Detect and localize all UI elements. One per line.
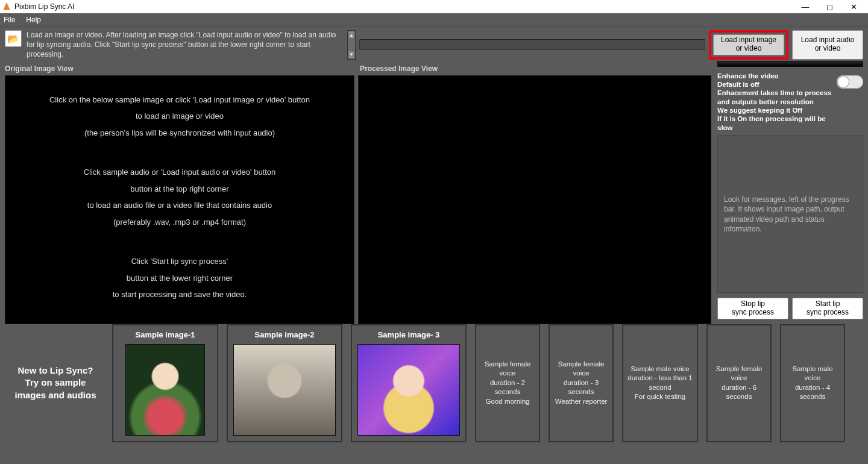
enhance-l4: If it is On then processing will be slow [717, 114, 832, 132]
stop-lip-sync-button[interactable]: Stop lip sync process [717, 298, 788, 319]
sample-image-1[interactable]: Sample image-1 [112, 324, 218, 442]
hint-scrollbar[interactable]: ▲ ▼ [347, 30, 356, 60]
window-titlebar: Pixbim Lip Sync AI — ◻ ✕ [0, 0, 868, 13]
sample-audio-4-l2: duration - 6 seconds [711, 383, 767, 402]
sample-image-1-thumb [125, 344, 205, 436]
sample-image-3-title: Sample image- 3 [378, 330, 440, 339]
instr-1-2: to load an image or video [17, 110, 342, 122]
enhance-title: Enhance the video [717, 72, 832, 80]
toggle-knob-icon [838, 77, 849, 87]
window-close-button[interactable]: ✕ [841, 0, 866, 13]
original-view-header: Original Image View [5, 63, 356, 75]
load-image-label-l2: or video [714, 45, 784, 53]
sample-audio-2-l1: Sample female voice [553, 360, 609, 378]
window-title: Pixbim Lip Sync AI [14, 2, 74, 11]
sample-audio-1-l1: Sample female voice [480, 360, 535, 378]
enhance-l2: Enhacement takes time to process and out… [717, 89, 832, 106]
instr-2-4: (preferably .wav, .mp3 or .mp4 format) [17, 216, 342, 228]
main-area: Original Image View Processed Image View… [0, 63, 868, 319]
instr-2-1: Click sample audio or 'Load input audio … [17, 166, 342, 178]
menu-file[interactable]: File [4, 16, 15, 24]
sample-audio-2[interactable]: Sample female voice duration - 3 seconds… [549, 324, 614, 442]
sample-image-3-thumb [357, 344, 460, 436]
samples-area: New to Lip Sync? Try on sample images an… [0, 319, 868, 447]
views-column: Original Image View Processed Image View… [5, 63, 711, 319]
sample-audio-5-l2: duration - 4 seconds [785, 383, 840, 402]
samples-intro: New to Lip Sync? Try on sample images an… [5, 324, 106, 442]
sample-audio-4[interactable]: Sample female voice duration - 6 seconds [706, 324, 772, 442]
hint-box: Load an image or video. After loading an… [25, 30, 356, 60]
stop-label-l1: Stop lip [718, 300, 788, 309]
folder-open-icon: 📂 [7, 33, 19, 45]
menubar: File Help [0, 13, 868, 27]
sample-audio-4-l1: Sample female voice [711, 365, 767, 383]
sample-audio-5-l1: Sample male voice [785, 365, 840, 383]
menu-help[interactable]: Help [26, 16, 41, 24]
scroll-up-icon[interactable]: ▲ [348, 31, 355, 39]
instr-3-1: Click 'Start lip sync process' [17, 256, 342, 268]
sample-image-2-title: Sample image-2 [255, 330, 315, 339]
enhance-video-toggle[interactable] [837, 75, 863, 89]
intro-l2: Try on sample images and audios [8, 377, 102, 401]
file-path-field[interactable] [359, 39, 705, 50]
status-message-text: Look for messages, left of the progress … [724, 195, 857, 234]
instr-3-2: button at the lower right corner [17, 272, 342, 284]
processed-view-header: Processed Image View [356, 63, 711, 75]
instr-2-2: button at the top right corner [17, 183, 342, 195]
load-image-label-l1: Load input image [714, 36, 784, 45]
window-maximize-button[interactable]: ◻ [817, 0, 841, 13]
sample-audio-3[interactable]: Sample male voice duration - less than 1… [622, 324, 698, 442]
window-minimize-button[interactable]: — [793, 0, 817, 13]
sample-audio-5[interactable]: Sample male voice duration - 4 seconds [780, 324, 845, 442]
sample-audio-3-l3: For quick testing [627, 392, 693, 402]
enhance-l1: Default is off [717, 80, 832, 89]
load-input-image-button[interactable]: Load input image or video [713, 34, 784, 55]
instr-3-3: to start processing and save the video. [17, 289, 342, 301]
side-panel: Enhance the video Default is off Enhacem… [711, 63, 868, 319]
original-image-panel: Click on the below sample image or click… [5, 75, 354, 324]
instr-2-3: to load an audio file or a video file th… [17, 199, 342, 212]
start-label-l1: Start lip [793, 300, 863, 309]
sample-audio-1-l3: Good morning [480, 397, 535, 407]
top-toolbar: 📂 Load an image or video. After loading … [0, 27, 868, 63]
load-audio-label-l1: Load input audio [793, 36, 863, 45]
sample-image-3[interactable]: Sample image- 3 [351, 324, 467, 442]
stop-label-l2: sync process [718, 309, 788, 317]
start-label-l2: sync process [793, 309, 863, 317]
samples-row: Sample image-1 Sample image-2 Sample ima… [112, 324, 863, 442]
scroll-track[interactable] [348, 39, 355, 51]
load-audio-label-l2: or video [793, 45, 863, 53]
sample-audio-1-l2: duration - 2 seconds [480, 378, 535, 397]
status-message-box: Look for messages, left of the progress … [717, 136, 863, 293]
sample-audio-1[interactable]: Sample female voice duration - 2 seconds… [475, 324, 540, 442]
progress-bar [717, 61, 863, 67]
sample-image-1-title: Sample image-1 [136, 330, 195, 339]
sample-image-2[interactable]: Sample image-2 [227, 324, 342, 442]
sample-audio-2-l3: Weather reporter [553, 397, 609, 407]
hint-text: Load an image or video. After loading an… [25, 30, 347, 60]
sample-audio-3-l1: Sample male voice [627, 365, 693, 374]
sample-audio-2-l2: duration - 3 seconds [553, 378, 609, 397]
processed-image-panel [358, 75, 711, 324]
start-lip-sync-button[interactable]: Start lip sync process [792, 298, 863, 319]
enhance-description: Enhance the video Default is off Enhacem… [717, 72, 832, 133]
app-icon [2, 2, 11, 11]
instr-1-1: Click on the below sample image or click… [17, 94, 342, 106]
sample-image-2-thumb [233, 344, 336, 436]
sample-audio-3-l2: duration - less than 1 second [627, 374, 693, 392]
intro-l1: New to Lip Sync? [8, 365, 102, 377]
open-folder-button[interactable]: 📂 [5, 30, 22, 47]
load-image-highlight: Load input image or video [709, 30, 788, 60]
instr-1-3: (the person's lips will be synchronized … [17, 127, 342, 139]
scroll-down-icon[interactable]: ▼ [348, 51, 355, 59]
enhance-l3: We suggest keeping it Off [717, 106, 832, 114]
load-input-audio-button[interactable]: Load input audio or video [792, 30, 863, 60]
